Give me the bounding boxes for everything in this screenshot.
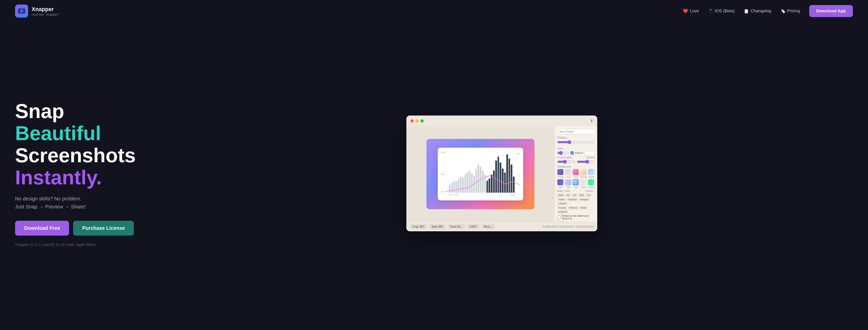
chart-bars [441,153,520,193]
swatch-rain[interactable] [565,179,571,185]
bar-30 [513,177,515,192]
app-canvas[interactable]: $100 $50 $0 200 0 [406,126,555,222]
watermark-row: Show watermark [557,221,595,222]
swatch-desktop[interactable] [557,169,563,175]
label-sky: Sky [572,186,580,188]
nav-brand: Xnapper read like "snapper" [15,4,59,18]
ratio-1-1[interactable]: 1:1 [586,193,591,197]
swatch-custom[interactable] [588,179,594,185]
bar-14 [477,164,479,192]
inset-row: Balance [557,151,595,155]
screenshot-preview: $100 $50 $0 200 0 [427,139,534,209]
share-icon[interactable]: ⬆ [590,119,593,123]
label-rain: Rain [565,186,572,188]
navbar: Xnapper read like "snapper" ❤️ Love 📱 iO… [0,0,868,22]
copy-button[interactable]: Copy ⌘C [410,224,427,229]
bar-24 [500,162,501,192]
swatch-none[interactable] [581,179,586,185]
swatch-morning[interactable] [581,169,586,175]
social-reddit[interactable]: Reddit [579,206,587,209]
social-facebook[interactable]: Facebook [567,198,578,201]
nav-brand-name: Xnapper [32,6,59,12]
swatch-nice[interactable] [572,169,579,175]
preset-input[interactable] [557,129,595,134]
swatch-labels-row2: Love Rain Sky None Custom [557,186,595,188]
minimize-button-dot[interactable] [415,119,419,123]
maximize-button-dot[interactable] [421,119,424,123]
nav-brand-subtitle: read like "snapper" [32,12,59,16]
watermark-checkbox[interactable] [557,221,561,222]
inset-slider[interactable] [557,151,569,155]
bar-22 [495,160,497,192]
border-shadow-row: Border Radius Shadow [557,156,595,159]
nav-link-pricing[interactable]: 🏷️ Pricing [780,8,800,14]
label-nice: Nice [572,176,580,178]
border-radius-slider[interactable] [557,160,576,164]
svg-rect-4 [21,8,23,9]
social-pinterest[interactable]: Pinterest [568,206,579,209]
nav-link-ios[interactable]: 📱 iOS (Beta) [708,8,735,14]
balance-checkbox[interactable] [570,151,574,154]
background-label: Background [557,165,595,168]
social-linkedin[interactable]: LinkedIn [557,202,567,205]
chart-label-bot: $0 [441,190,443,193]
zoom-button[interactable]: 100% [467,224,479,229]
close-button-dot[interactable] [410,119,414,123]
preset-row: ↺ 🗑 [557,129,595,134]
chart-dates: Jul 22, 2022 Today [441,193,520,196]
nav-link-love[interactable]: ❤️ Love [683,8,699,14]
shadow-slider[interactable] [577,160,595,164]
preset-refresh-button[interactable]: ↺ [596,129,597,134]
swatch-bright[interactable] [588,169,594,175]
version-info: Xnapper v1.17.1, macOS 10.15+ Intel, App… [15,243,135,247]
app-titlebar: ⬆ [406,116,597,126]
save-button[interactable]: Save ⌘S [429,224,445,229]
ratio-row: Ratio / Size Custom... [557,190,595,192]
shadow-label: Shadow [587,156,595,159]
swatch-love[interactable] [557,179,563,185]
screenshot-inner-chart: $100 $50 $0 200 0 [438,148,523,201]
ratio-auto[interactable]: Auto [557,193,565,197]
save-as-button[interactable]: Save As... [447,224,465,229]
more-button[interactable]: More... [481,224,495,229]
chart-label-right-top: 200 [516,153,520,155]
swatch-sky[interactable] [572,179,579,185]
bar-7 [462,177,464,192]
nav-download-button[interactable]: Download App [809,5,853,17]
label-love: Love [557,186,564,188]
social-instagram[interactable]: Instagram [579,198,590,201]
social-snapchat[interactable]: Snapchat [557,210,568,213]
bar-26 [504,173,506,192]
ratio-3-2[interactable]: 3:2 [571,193,578,197]
app-logo-icon [15,4,28,18]
nav-brand-text: Xnapper read like "snapper" [32,6,59,16]
bar-15 [480,167,482,192]
bar-4 [455,181,457,192]
ratio-4-3[interactable]: 4:3 [565,193,571,197]
padding-slider[interactable] [557,140,595,144]
inset-value-input[interactable] [585,151,595,155]
hero-title-snap: Snap [15,100,135,122]
hero-title-screenshots: Screenshots [15,144,135,167]
padding-label: Padding [557,137,595,139]
purchase-license-button[interactable]: Purchase License [73,221,134,236]
social-twitter[interactable]: Twitter [557,198,566,201]
download-free-button[interactable]: Download Free [15,221,69,236]
swatch-labels-row1: Desktop Cool Nice Morning Bright [557,176,595,178]
border-radius-label: Border Radius [557,156,585,159]
ratio-16-9[interactable]: 16:9 [578,193,585,197]
bar-10 [469,171,470,192]
label-custom: Custom [588,186,595,188]
bar-29 [510,164,513,192]
app-panel: ↺ 🗑 Padding Inset Balance [555,126,597,222]
hero-subtitle: No design skills? No problem. Just Snap … [15,194,135,211]
redact-checkbox[interactable] [557,215,561,219]
app-body: $100 $50 $0 200 0 [406,126,597,222]
social-buttons: Twitter Facebook Instagram LinkedIn [557,198,595,205]
chart-area: $100 $50 $0 200 0 [438,148,523,201]
nav-link-changelog[interactable]: 📋 Changelog [744,8,771,14]
ratio-custom-button[interactable]: Custom... [585,190,595,192]
social-youtube[interactable]: Youtube [557,206,567,209]
label-morning: Morning [581,176,587,178]
swatch-cool[interactable] [565,169,571,175]
